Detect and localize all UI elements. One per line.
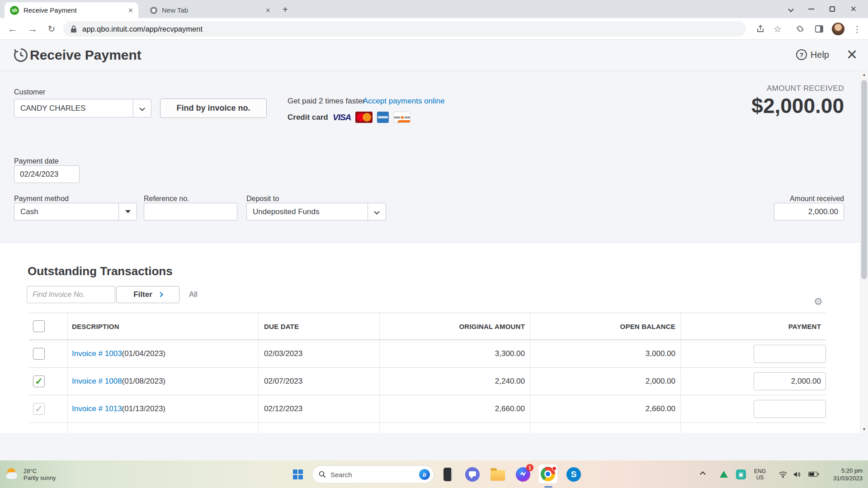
address-bar[interactable]: app.qbo.intuit.com/app/recvpayment <box>63 21 746 37</box>
page-close-icon[interactable]: × <box>847 44 857 65</box>
active-running-indicator <box>544 486 552 488</box>
tray-icon-teal[interactable]: ▣ <box>736 460 746 488</box>
select-all-checkbox[interactable] <box>33 320 45 332</box>
table-row: ✓ Invoice # 1008 (01/08/2023) 02/07/2023… <box>29 367 826 395</box>
invoice-link[interactable]: Invoice # 1003 <box>72 349 122 358</box>
taskbar-search-box[interactable]: Search b <box>312 465 434 483</box>
deposit-to-dropdown-button[interactable] <box>368 203 386 220</box>
window-maximize-button[interactable] <box>830 6 835 12</box>
new-tab-button[interactable]: + <box>283 5 288 15</box>
weather-desc: Partly sunny <box>24 474 56 481</box>
page-scrollbar[interactable]: ▲ ▼ <box>860 71 868 433</box>
find-by-invoice-button[interactable]: Find by invoice no. <box>160 99 267 118</box>
avatar <box>832 23 844 35</box>
tab-new-tab[interactable]: New Tab × <box>145 2 276 18</box>
row-checkbox[interactable] <box>33 348 45 360</box>
profile-avatar[interactable] <box>831 18 845 40</box>
scrollbar-up-icon[interactable]: ▲ <box>860 71 868 78</box>
quickbooks-favicon-icon: qb <box>10 6 19 15</box>
reference-no-input[interactable] <box>144 203 237 221</box>
window-close-button[interactable]: × <box>850 5 856 14</box>
accept-payments-online-link[interactable]: Accept payments online <box>363 97 445 106</box>
tab-search-chevron-icon[interactable] <box>788 6 794 12</box>
filter-all-label: All <box>189 290 198 299</box>
back-button[interactable]: ← <box>6 18 19 40</box>
taskbar-app-skype[interactable]: S <box>565 466 582 483</box>
help-button[interactable]: ? Help <box>796 49 829 60</box>
payment-amount-input[interactable] <box>754 433 826 433</box>
language-line1: ENG <box>754 468 766 474</box>
payment-date-input[interactable]: 02/24/2023 <box>14 165 80 183</box>
outstanding-transactions-title: Outstanding Transactions <box>28 264 173 278</box>
wifi-icon[interactable] <box>778 460 788 488</box>
bookmark-star-icon[interactable]: ☆ <box>771 18 784 40</box>
customer-value: CANDY CHARLES <box>14 99 133 117</box>
payment-method-select[interactable]: Cash <box>14 203 137 221</box>
payment-amount-input[interactable] <box>754 372 826 390</box>
taskbar-app-messenger[interactable]: 1 <box>514 466 532 483</box>
invoice-link[interactable]: Invoice # 1008 <box>72 377 122 386</box>
search-placeholder: Search <box>330 471 419 479</box>
scrollbar-down-icon[interactable]: ▼ <box>860 426 868 433</box>
credit-card-logos: VISA DISCVER <box>333 112 410 123</box>
payment-amount-input[interactable] <box>754 345 826 363</box>
chrome-notification-dot <box>552 466 557 471</box>
payment-method-value: Cash <box>14 203 118 220</box>
forward-button[interactable]: → <box>26 18 39 40</box>
customer-combobox[interactable]: CANDY CHARLES <box>14 99 151 117</box>
row-checkbox-checked-disabled[interactable]: ✓ <box>33 403 45 415</box>
tab-receive-payment[interactable]: qb Receive Payment × <box>5 2 138 18</box>
skype-icon: S <box>566 467 581 482</box>
deposit-to-value: Undeposited Funds <box>247 203 368 220</box>
table-row: ✓ Invoice # 1013 (01/13/2023) 02/12/2023… <box>29 395 826 422</box>
find-invoice-input[interactable] <box>27 286 115 303</box>
tab-close-icon[interactable]: × <box>128 6 133 14</box>
table-settings-gear-icon[interactable]: ⚙ <box>814 296 823 307</box>
row-checkbox-checked[interactable]: ✓ <box>33 375 45 387</box>
battery-icon[interactable] <box>808 460 817 488</box>
side-panel-icon[interactable] <box>813 18 826 40</box>
volume-icon[interactable] <box>793 460 801 488</box>
browser-menu-kebab-icon[interactable]: ⋮ <box>852 18 863 40</box>
tab-close-icon[interactable]: × <box>265 6 270 14</box>
amex-icon <box>377 112 389 123</box>
chevron-down-icon <box>374 209 380 215</box>
scroll-area: Customer CANDY CHARLES Find by invoice n… <box>0 71 868 433</box>
taskbar-app-chrome-active[interactable] <box>538 464 558 484</box>
tab-title: New Tab <box>162 6 261 14</box>
payment-method-dropdown-button[interactable] <box>118 203 137 220</box>
invoice-link[interactable]: Invoice # 1013 <box>72 404 122 413</box>
extensions-icon[interactable] <box>794 18 807 40</box>
qbo-receive-payment-page: Receive Payment ? Help × Customer CANDY … <box>0 40 868 460</box>
scrollbar-thumb[interactable] <box>861 80 867 279</box>
customer-label: Customer <box>14 88 45 96</box>
amount-received-input[interactable]: 2,000.00 <box>774 203 844 221</box>
share-icon[interactable] <box>754 18 767 40</box>
original-amount-cell: 2,660.00 <box>379 395 530 422</box>
filter-label: Filter <box>133 290 152 299</box>
taskbar-app-file-explorer[interactable] <box>489 466 506 483</box>
filter-button[interactable]: Filter <box>116 286 179 303</box>
taskbar-clock[interactable]: 5:20 pm 31/03/2023 <box>833 460 863 488</box>
reload-button[interactable]: ↻ <box>45 18 58 40</box>
window-minimize-button[interactable] <box>808 9 814 9</box>
column-header-payment: PAYMENT <box>680 313 826 339</box>
tray-expand-button[interactable] <box>701 460 705 488</box>
table-row-clipped <box>29 422 826 433</box>
payment-amount-input[interactable] <box>754 400 826 418</box>
payment-method-label: Payment method <box>14 195 69 203</box>
qbo-page-header: Receive Payment ? Help × <box>0 40 868 71</box>
windows-taskbar: 28°C Partly sunny Search b 1 <box>0 460 868 488</box>
customer-dropdown-button[interactable] <box>133 99 151 117</box>
start-button[interactable] <box>293 460 303 488</box>
tab-title: Receive Payment <box>24 6 123 14</box>
taskbar-app-phone-link[interactable] <box>439 466 457 483</box>
taskbar-app-chat[interactable] <box>464 466 481 483</box>
weather-icon <box>6 468 20 481</box>
tray-icon-green[interactable] <box>720 460 728 488</box>
find-invoice-text-field[interactable] <box>33 291 109 299</box>
weather-widget[interactable]: 28°C Partly sunny <box>6 460 56 488</box>
invoice-date-suffix: (01/08/2023) <box>122 377 165 386</box>
deposit-to-select[interactable]: Undeposited Funds <box>246 203 386 221</box>
language-indicator[interactable]: ENG US <box>754 460 766 488</box>
